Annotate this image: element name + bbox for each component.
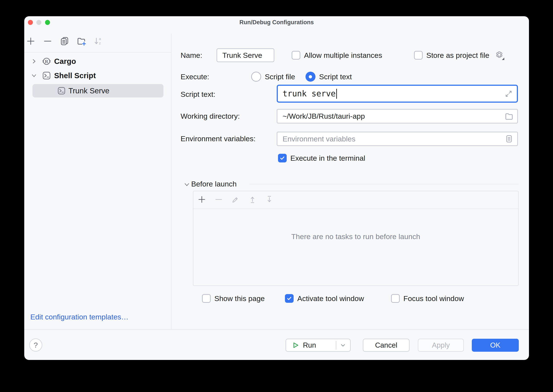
- show-this-page-checkbox[interactable]: [202, 294, 211, 303]
- plus-icon: [197, 195, 206, 205]
- script-text-input[interactable]: trunk serve: [277, 85, 518, 103]
- configurations-toolbar: a z: [26, 37, 103, 46]
- focus-tool-window-option[interactable]: Focus tool window: [391, 292, 464, 305]
- arrow-down-icon: [265, 195, 274, 205]
- list-icon[interactable]: [504, 134, 514, 144]
- execute-in-terminal-label: Execute in the terminal: [290, 154, 365, 162]
- ok-button-label: OK: [490, 341, 501, 349]
- store-as-project-file-checkbox[interactable]: [414, 51, 423, 60]
- text-caret: [336, 89, 337, 99]
- configurations-tree: R Cargo Shell Script: [24, 54, 171, 98]
- run-button-label: Run: [303, 341, 316, 349]
- script-text-radio-label: Script text: [319, 73, 352, 81]
- remove-configuration-button[interactable]: [43, 37, 52, 46]
- chevron-down-icon[interactable]: [340, 342, 346, 349]
- tree-item-label: Cargo: [54, 57, 76, 66]
- show-this-page-option[interactable]: Show this page: [202, 292, 265, 305]
- script-file-radio-label: Script file: [265, 73, 295, 81]
- play-icon: [292, 341, 299, 349]
- new-folder-icon: [77, 36, 86, 47]
- before-launch-title[interactable]: Before launch: [191, 180, 237, 188]
- plus-icon: [26, 36, 35, 47]
- minus-icon: [214, 195, 223, 205]
- focus-tool-window-checkbox[interactable]: [391, 294, 400, 303]
- store-as-project-file-option[interactable]: Store as project file: [414, 48, 505, 62]
- edit-task-button[interactable]: [231, 195, 240, 205]
- allow-multiple-instances-label: Allow multiple instances: [304, 51, 382, 60]
- activate-tool-window-option[interactable]: Activate tool window: [285, 292, 364, 305]
- new-folder-button[interactable]: [77, 37, 86, 46]
- working-directory-input[interactable]: ~/Work/JB/Rust/tauri-app: [277, 109, 518, 123]
- store-as-project-file-label: Store as project file: [426, 51, 489, 60]
- terminal-icon: [42, 71, 51, 80]
- working-directory-label: Working directory:: [180, 112, 240, 120]
- svg-text:R: R: [45, 59, 48, 64]
- sidebar-toolbar-divider: [24, 52, 171, 53]
- tree-item-cargo[interactable]: R Cargo: [24, 54, 171, 69]
- execute-in-terminal-option[interactable]: Execute in the terminal: [278, 151, 365, 165]
- sort-configurations-button[interactable]: a z: [94, 37, 103, 46]
- add-configuration-button[interactable]: [26, 37, 35, 46]
- name-label: Name:: [180, 51, 202, 60]
- help-question-icon: ?: [34, 341, 38, 349]
- before-launch-toolbar: [193, 191, 518, 209]
- focus-tool-window-label: Focus tool window: [403, 294, 464, 303]
- arrow-up-icon: [248, 195, 257, 205]
- activate-tool-window-checkbox[interactable]: [285, 294, 294, 303]
- environment-variables-placeholder: Environment variables: [283, 135, 355, 143]
- cargo-icon: R: [42, 57, 51, 66]
- script-text-label: Script text:: [180, 90, 215, 98]
- before-launch-empty-text: There are no tasks to run before launch: [193, 232, 518, 241]
- dialog-footer: ? Run Cancel Apply OK: [24, 329, 529, 360]
- environment-variables-label: Environment variables:: [180, 134, 256, 143]
- show-this-page-label: Show this page: [214, 294, 265, 303]
- allow-multiple-instances-option[interactable]: Allow multiple instances: [292, 48, 382, 62]
- svg-text:a: a: [99, 37, 101, 41]
- run-button-divider: [336, 341, 336, 350]
- tree-item-label: Shell Script: [54, 71, 96, 80]
- execute-radio-group: Script file Script text: [251, 72, 352, 82]
- ok-button[interactable]: OK: [472, 339, 519, 352]
- cancel-button[interactable]: Cancel: [363, 339, 409, 352]
- script-file-radio[interactable]: [251, 72, 261, 82]
- expand-icon[interactable]: [504, 89, 513, 98]
- copy-icon: [60, 36, 69, 47]
- name-input[interactable]: Trunk Serve: [216, 48, 274, 62]
- cancel-button-label: Cancel: [375, 341, 397, 349]
- name-input-value: Trunk Serve: [222, 51, 262, 60]
- working-directory-value: ~/Work/JB/Rust/tauri-app: [283, 112, 365, 120]
- apply-button-label: Apply: [432, 341, 450, 349]
- svg-text:z: z: [99, 41, 101, 45]
- run-debug-configurations-dialog: Run/Debug Configurations: [24, 16, 529, 360]
- before-launch-divider: [249, 184, 518, 184]
- chevron-down-icon[interactable]: [184, 181, 190, 189]
- help-button[interactable]: ?: [29, 338, 42, 351]
- gear-icon[interactable]: [494, 50, 505, 60]
- sort-alpha-icon: a z: [94, 36, 103, 47]
- add-task-button[interactable]: [197, 195, 207, 205]
- tree-item-trunk-serve-selected[interactable]: Trunk Serve: [33, 84, 164, 98]
- remove-task-button[interactable]: [214, 195, 223, 205]
- script-text-radio[interactable]: [305, 72, 316, 82]
- run-button[interactable]: Run: [286, 339, 351, 352]
- tree-item-shell-script[interactable]: Shell Script: [24, 69, 171, 83]
- window-title: Run/Debug Configurations: [24, 19, 529, 26]
- tree-item-label: Trunk Serve: [69, 86, 109, 95]
- move-task-up-button[interactable]: [248, 195, 257, 205]
- allow-multiple-instances-checkbox[interactable]: [292, 51, 300, 60]
- execute-in-terminal-checkbox[interactable]: [278, 154, 287, 162]
- pencil-icon: [231, 195, 240, 205]
- minus-icon: [43, 36, 52, 47]
- execute-label: Execute:: [180, 72, 209, 81]
- chevron-right-icon[interactable]: [31, 58, 37, 64]
- apply-button[interactable]: Apply: [418, 339, 464, 352]
- script-text-value: trunk serve: [283, 89, 336, 98]
- copy-configuration-button[interactable]: [60, 37, 69, 46]
- folder-icon[interactable]: [504, 112, 514, 121]
- edit-configuration-templates-link[interactable]: Edit configuration templates…: [30, 313, 129, 321]
- sidebar-divider: [171, 34, 172, 329]
- environment-variables-input[interactable]: Environment variables: [277, 132, 518, 146]
- activate-tool-window-label: Activate tool window: [297, 294, 364, 303]
- move-task-down-button[interactable]: [265, 195, 274, 205]
- chevron-down-icon[interactable]: [31, 73, 37, 79]
